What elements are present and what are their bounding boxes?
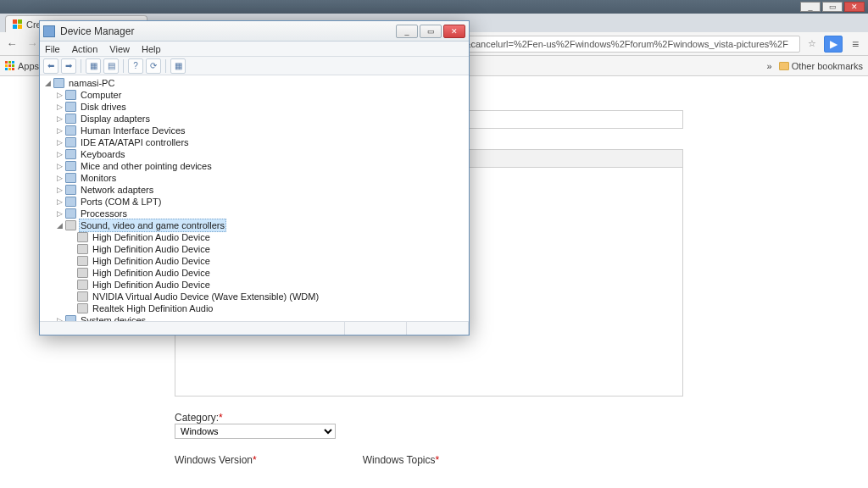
tree-node[interactable]: High Definition Audio Device <box>43 255 465 267</box>
tree-label: Monitors <box>79 172 118 184</box>
tree-label: Mice and other pointing devices <box>79 160 214 172</box>
topics-label: Windows Topics <box>363 454 436 466</box>
device-icon <box>65 173 76 183</box>
tree-node[interactable]: ◢Sound, video and game controllers <box>43 219 465 231</box>
tree-label: Human Interface Devices <box>79 125 187 136</box>
dm-app-icon <box>43 25 55 37</box>
expander-icon[interactable]: ▷ <box>55 160 64 172</box>
nav-back-icon[interactable]: ⬅ <box>43 58 58 74</box>
bookmark-star-icon[interactable]: ☆ <box>804 38 821 49</box>
tree-node[interactable]: ▷Ports (COM & LPT) <box>43 196 465 208</box>
tree-node[interactable]: ▷Processors <box>43 208 465 219</box>
device-icon <box>65 114 76 124</box>
tree-node[interactable]: ▷Display adapters <box>43 113 465 125</box>
tree-node[interactable]: ▷Network adapters <box>43 184 465 196</box>
tb-scan-icon[interactable]: ▦ <box>86 58 101 74</box>
expander-icon[interactable]: ◢ <box>43 77 52 89</box>
tree-node[interactable]: ▷Disk drives <box>43 101 465 113</box>
back-button[interactable]: ← <box>3 36 20 53</box>
tree-label: Keyboards <box>79 148 127 160</box>
device-icon <box>65 315 76 321</box>
other-bookmarks[interactable]: Other bookmarks <box>779 61 863 71</box>
expander-icon[interactable]: ▷ <box>55 125 64 136</box>
device-icon <box>77 232 88 242</box>
tree-node[interactable]: ▷Keyboards <box>43 148 465 160</box>
device-manager-window: Device Manager _ ▭ ✕ FileActionViewHelp … <box>39 20 470 336</box>
tree-node[interactable]: ▷IDE ATA/ATAPI controllers <box>43 136 465 148</box>
tree-label: High Definition Audio Device <box>91 231 212 243</box>
expander-icon[interactable]: ▷ <box>55 208 64 219</box>
tree-label: namasi-PC <box>67 77 116 89</box>
device-tree[interactable]: ◢namasi-PC▷Computer▷Disk drives▷Display … <box>40 75 469 321</box>
expander-icon[interactable]: ▷ <box>55 101 64 113</box>
tb-properties-icon[interactable]: ▤ <box>103 58 119 74</box>
device-icon <box>77 280 88 290</box>
device-icon <box>77 291 88 302</box>
menu-view[interactable]: View <box>109 44 130 54</box>
tree-node[interactable]: ▷System devices <box>43 314 465 321</box>
category-select[interactable]: Windows <box>175 424 336 439</box>
device-icon <box>53 78 64 88</box>
category-label: Category: <box>175 412 219 424</box>
tb-help-icon[interactable]: ? <box>128 58 143 74</box>
apps-shortcut[interactable]: Apps <box>5 61 39 71</box>
tree-node[interactable]: High Definition Audio Device <box>43 267 465 279</box>
expander-icon[interactable]: ▷ <box>55 196 64 208</box>
folder-icon <box>779 62 789 70</box>
tb-btn[interactable]: ▦ <box>170 58 186 74</box>
device-icon <box>65 90 76 100</box>
os-close-button[interactable]: ✕ <box>844 2 865 12</box>
expander-icon[interactable]: ▷ <box>55 136 64 148</box>
expander-icon[interactable]: ▷ <box>55 314 64 321</box>
tree-label: Display adapters <box>79 113 152 125</box>
tree-label: Processors <box>79 208 129 219</box>
expander-icon[interactable]: ▷ <box>55 148 64 160</box>
tree-node[interactable]: ▷Human Interface Devices <box>43 125 465 136</box>
expander-icon[interactable]: ▷ <box>55 89 64 101</box>
os-maximize-button[interactable]: ▭ <box>822 2 843 12</box>
tb-refresh-icon[interactable]: ⟳ <box>146 58 161 74</box>
dm-toolbar: ⬅ ➡ ▦ ▤ ? ⟳ ▦ <box>40 57 469 75</box>
tree-node[interactable]: ▷Monitors <box>43 172 465 184</box>
device-icon <box>77 303 88 313</box>
expander-icon[interactable]: ◢ <box>55 219 64 231</box>
tree-label: Realtek High Definition Audio <box>91 302 214 314</box>
tree-node[interactable]: ◢namasi-PC <box>43 77 465 89</box>
expander-icon[interactable]: ▷ <box>55 172 64 184</box>
tree-label: Computer <box>79 89 123 101</box>
device-icon <box>77 244 88 254</box>
tree-label: Ports (COM & LPT) <box>79 196 163 208</box>
tree-label: High Definition Audio Device <box>91 255 212 267</box>
menu-file[interactable]: File <box>45 44 60 54</box>
tree-node[interactable]: ▷Computer <box>43 89 465 101</box>
device-icon <box>65 208 76 219</box>
tree-label: IDE ATA/ATAPI controllers <box>79 136 191 148</box>
os-window-titlebar: _ ▭ ✕ <box>0 0 868 14</box>
device-icon <box>65 197 76 207</box>
expander-icon[interactable]: ▷ <box>55 113 64 125</box>
menu-action[interactable]: Action <box>72 44 98 54</box>
dm-maximize-button[interactable]: ▭ <box>420 25 442 38</box>
expander-icon[interactable]: ▷ <box>55 184 64 196</box>
tree-node[interactable]: High Definition Audio Device <box>43 279 465 291</box>
dm-minimize-button[interactable]: _ <box>396 25 418 38</box>
device-icon <box>77 256 88 266</box>
tree-node[interactable]: High Definition Audio Device <box>43 243 465 255</box>
dm-titlebar[interactable]: Device Manager _ ▭ ✕ <box>40 21 469 42</box>
menu-help[interactable]: Help <box>142 44 161 54</box>
dm-statusbar <box>40 321 469 335</box>
device-icon <box>77 268 88 278</box>
extension-button[interactable]: ▶ <box>824 36 843 53</box>
tree-node[interactable]: ▷Mice and other pointing devices <box>43 160 465 172</box>
dm-close-button[interactable]: ✕ <box>443 25 465 38</box>
bookmarks-overflow[interactable]: » <box>767 61 772 71</box>
chrome-menu-icon[interactable]: ≡ <box>846 37 865 51</box>
nav-forward-icon[interactable]: ➡ <box>61 58 76 74</box>
tree-node[interactable]: Realtek High Definition Audio <box>43 302 465 314</box>
tree-label: NVIDIA Virtual Audio Device (Wave Extens… <box>91 291 320 302</box>
forward-button[interactable]: → <box>24 36 41 53</box>
os-minimize-button[interactable]: _ <box>800 2 821 12</box>
tree-node[interactable]: NVIDIA Virtual Audio Device (Wave Extens… <box>43 291 465 302</box>
tree-node[interactable]: High Definition Audio Device <box>43 231 465 243</box>
device-icon <box>65 149 76 159</box>
